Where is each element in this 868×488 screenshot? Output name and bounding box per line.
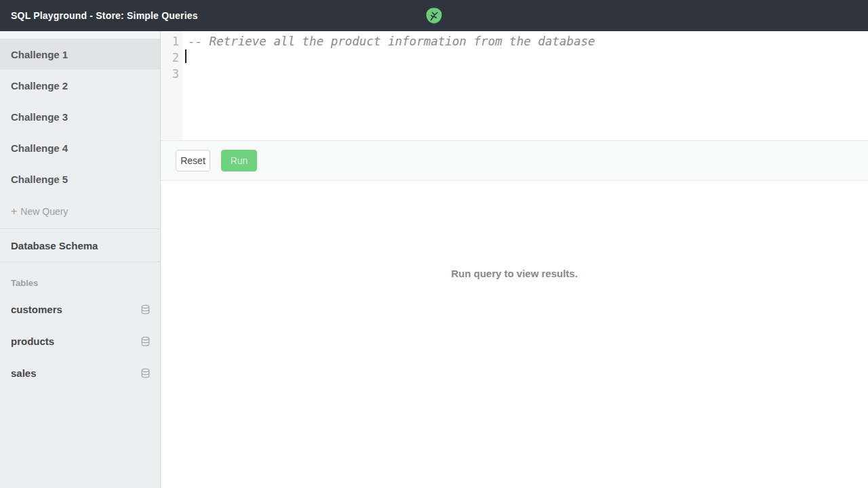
results-placeholder-text: Run query to view results. — [161, 268, 868, 279]
sql-editor[interactable]: 1 2 3 -- Retrieve all the product inform… — [161, 31, 868, 140]
challenge-label: Challenge 5 — [11, 174, 68, 185]
tables-section-header: Tables — [0, 262, 160, 293]
table-row-customers[interactable]: customers — [0, 293, 160, 325]
sidebar: Challenge 1 Challenge 2 Challenge 3 Chal… — [0, 31, 161, 488]
topbar: SQL Playground - Store: Simple Queries — [0, 0, 868, 31]
sidebar-item-challenge-2[interactable]: Challenge 2 — [0, 70, 160, 101]
database-icon — [140, 304, 151, 315]
challenge-label: Challenge 3 — [11, 111, 68, 123]
editor-code-area[interactable]: -- Retrieve all the product information … — [182, 31, 868, 140]
text-cursor — [185, 49, 186, 63]
new-query-label: New Query — [20, 206, 68, 217]
sidebar-top-strip — [0, 31, 160, 39]
challenge-label: Challenge 2 — [11, 80, 68, 92]
app-title: SQL Playground - Store: Simple Queries — [11, 10, 198, 21]
challenge-label: Challenge 1 — [11, 49, 68, 60]
code-line-1: -- Retrieve all the product information … — [182, 33, 868, 49]
table-name: customers — [11, 304, 140, 315]
database-schema-button[interactable]: Database Schema — [0, 229, 160, 262]
run-button[interactable]: Run — [221, 150, 257, 171]
editor-gutter: 1 2 3 — [161, 31, 182, 140]
table-name: products — [11, 336, 140, 347]
sidebar-item-challenge-5[interactable]: Challenge 5 — [0, 163, 160, 195]
table-row-products[interactable]: products — [0, 325, 160, 357]
editor-toolbar: Reset Run — [161, 140, 868, 181]
challenge-label: Challenge 4 — [11, 142, 68, 154]
code-line-3 — [182, 49, 868, 63]
database-schema-label: Database Schema — [11, 240, 98, 251]
line-number: 2 — [172, 49, 182, 66]
line-number: 1 — [172, 33, 182, 49]
new-query-button[interactable]: + New Query — [0, 195, 160, 228]
table-row-sales[interactable]: sales — [0, 357, 160, 389]
table-name: sales — [11, 367, 140, 379]
reset-button[interactable]: Reset — [176, 150, 210, 171]
database-icon — [140, 368, 151, 379]
database-icon — [140, 336, 151, 347]
main-area: 1 2 3 -- Retrieve all the product inform… — [161, 31, 868, 488]
sidebar-item-challenge-1[interactable]: Challenge 1 — [0, 39, 160, 70]
plus-icon: + — [11, 205, 17, 218]
results-pane: Run query to view results. — [161, 181, 868, 488]
line-number: 3 — [172, 66, 182, 82]
sidebar-item-challenge-3[interactable]: Challenge 3 — [0, 101, 160, 132]
leaf-icon — [425, 7, 443, 24]
sidebar-item-challenge-4[interactable]: Challenge 4 — [0, 132, 160, 163]
sql-comment: -- Retrieve all the product information … — [188, 33, 595, 49]
